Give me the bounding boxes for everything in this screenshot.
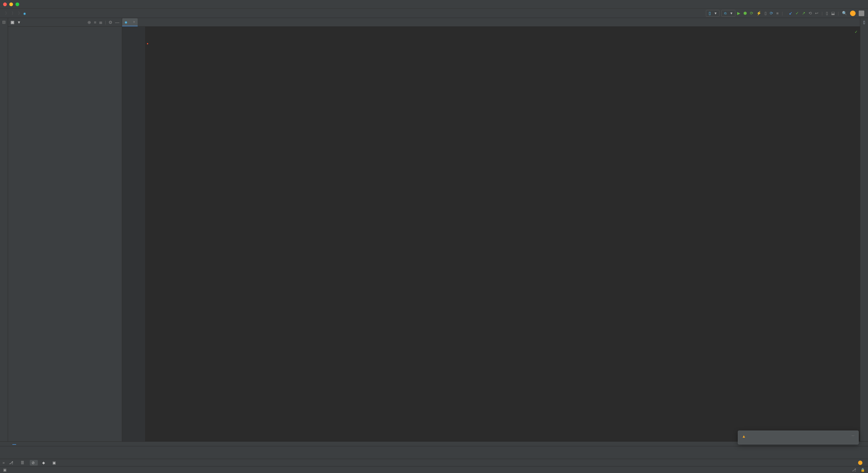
window-close-button[interactable] xyxy=(3,2,7,6)
breadcrumb[interactable]: 〉 〉 〉 xyxy=(4,10,704,16)
problems-body xyxy=(0,446,868,459)
stop-button[interactable]: ■ xyxy=(776,11,779,15)
bottom-tool-bar: » ⎇ ☰ ⊘ ◆ ▣ xyxy=(0,459,868,466)
list-icon: ☰ xyxy=(21,461,24,465)
locate-button[interactable]: ⊕ xyxy=(87,20,91,25)
lock-icon[interactable]: 🔒 xyxy=(861,468,865,472)
debug-button[interactable]: ⬢ xyxy=(743,11,747,15)
dart-file-icon xyxy=(125,20,129,24)
highlight-box xyxy=(147,43,148,44)
event-badge xyxy=(858,461,862,465)
settings-button[interactable]: ⚙ xyxy=(108,20,113,25)
branch-icon: ⎇ xyxy=(852,468,856,472)
gutter-markers[interactable] xyxy=(140,27,145,441)
navbar: 〉 〉 〉 ▯ ▾ ⎋ ▾ ▶ ⬢ ⟳ ⚡ ▯ ⟳ ■ | ↙ xyxy=(0,9,868,18)
project-tree[interactable] xyxy=(8,27,122,441)
problems-panel: ﹀ ▲ xyxy=(0,441,868,459)
attach-button[interactable]: ▯ xyxy=(765,11,767,15)
breadcrumb-item[interactable] xyxy=(23,11,27,15)
terminal-tool-button[interactable]: ▣ xyxy=(51,460,59,466)
terminal-icon: ▣ xyxy=(52,461,56,465)
git-commit-button[interactable]: ✓ xyxy=(796,11,799,15)
right-tool-strip: ▯ xyxy=(860,18,868,441)
window-maximize-button[interactable] xyxy=(16,2,19,6)
avd-button[interactable]: ▯ xyxy=(826,11,828,15)
folder-icon: ▣ xyxy=(10,20,14,25)
error-icon: ⊘ xyxy=(32,461,35,465)
profile-avatar[interactable] xyxy=(850,10,856,16)
git-push-button[interactable]: ↗ xyxy=(802,11,805,15)
collapse-button[interactable]: ≣ xyxy=(99,20,103,25)
problems-tab-project[interactable] xyxy=(21,443,25,444)
device-manager-icon[interactable]: ▯ xyxy=(863,20,865,25)
rollback-button[interactable]: ↩ xyxy=(815,11,818,15)
problems-tab-current[interactable] xyxy=(12,443,16,445)
editor-tabstrip: × xyxy=(122,18,860,27)
close-tab-button[interactable]: × xyxy=(133,20,135,24)
code-area[interactable] xyxy=(145,27,860,441)
titlebar xyxy=(0,0,868,9)
hide-button[interactable]: — xyxy=(115,20,119,25)
profile-button[interactable]: ⚡ xyxy=(756,11,762,15)
sdk-button[interactable]: ⬓ xyxy=(831,11,835,15)
device-selector[interactable]: ▯ ▾ xyxy=(706,10,719,17)
warning-icon: ▲ xyxy=(742,434,746,439)
git-branch[interactable]: ⎇ xyxy=(852,468,856,472)
dart-icon: ◆ xyxy=(42,461,45,465)
chevron-down-icon: ▾ xyxy=(731,11,733,15)
project-icon[interactable]: ▤ xyxy=(2,20,6,24)
flutter-icon: ⎋ xyxy=(724,11,726,15)
git-update-button[interactable]: ↙ xyxy=(789,11,793,15)
inspection-check-icon[interactable]: ✓ xyxy=(855,29,858,34)
event-log-button[interactable] xyxy=(856,460,866,466)
frameworks-icon: ▣ xyxy=(3,468,6,472)
hot-reload-button[interactable]: ⟳ xyxy=(770,11,773,15)
history-button[interactable]: ⟲ xyxy=(808,11,812,15)
line-number-gutter[interactable] xyxy=(122,27,140,441)
git-tool-button[interactable]: ⎇ xyxy=(7,460,17,466)
user-icon[interactable] xyxy=(859,10,864,16)
quick-access-button[interactable]: » xyxy=(2,460,5,465)
problems-label xyxy=(4,443,7,444)
phone-icon: ▯ xyxy=(709,11,711,15)
chevron-down-icon: ▾ xyxy=(18,20,20,25)
search-button[interactable]: 🔍 xyxy=(842,11,847,15)
project-sidebar: ▣ ▾ ⊕ ≡ ≣ | ⚙ — xyxy=(8,18,122,441)
expand-button[interactable]: ≡ xyxy=(94,20,96,25)
coverage-button[interactable]: ⟳ xyxy=(750,11,753,15)
project-view-selector[interactable]: ▣ ▾ xyxy=(10,20,20,25)
editor-tab[interactable]: × xyxy=(122,18,137,26)
collapse-notification-button[interactable]: ﹀ xyxy=(851,434,855,438)
run-config-selector[interactable]: ⎋ ▾ xyxy=(721,10,735,17)
branch-icon: ⎇ xyxy=(9,461,13,465)
notification-popup: ﹀ ▲ xyxy=(738,431,859,444)
chevron-down-icon: ▾ xyxy=(715,11,717,15)
problems-tool-button[interactable]: ⊘ xyxy=(30,460,38,466)
dart-analysis-tool-button[interactable]: ◆ xyxy=(40,460,48,466)
window-minimize-button[interactable] xyxy=(9,2,13,6)
status-bar: ▣ ⎇ 🔒 xyxy=(0,466,868,473)
left-tool-strip: ▤ xyxy=(0,18,8,441)
code-editor[interactable]: ✓ xyxy=(122,27,860,441)
todo-tool-button[interactable]: ☰ xyxy=(19,460,27,466)
run-button[interactable]: ▶ xyxy=(737,11,740,15)
